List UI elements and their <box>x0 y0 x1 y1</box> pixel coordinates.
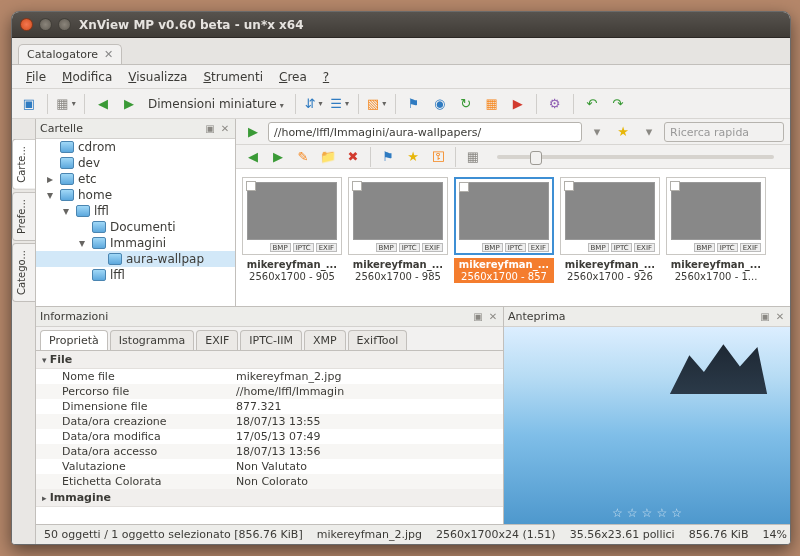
tag-blue-icon[interactable]: ⚑ <box>377 146 399 168</box>
close-pane-icon[interactable]: ✕ <box>487 311 499 323</box>
convert-icon[interactable]: ↻ <box>455 93 477 115</box>
search-input[interactable]: Ricerca rapida <box>664 122 784 142</box>
side-tab-favorites[interactable]: Prefe... <box>12 192 35 241</box>
star-icon[interactable]: ☆ <box>612 506 623 520</box>
star-icon[interactable]: ☆ <box>627 506 638 520</box>
thumbnail-item[interactable]: BMPIPTCEXIFmikereyfman_...2560x1700 - 85… <box>454 177 554 298</box>
close-icon[interactable] <box>20 18 33 31</box>
preview-pane-title: Anteprima <box>508 310 566 323</box>
delete-icon[interactable]: ✖ <box>342 146 364 168</box>
info-tab-exif[interactable]: EXIF <box>196 330 238 350</box>
menu-tools[interactable]: Strumenti <box>197 68 269 86</box>
app-window: XnView MP v0.60 beta - un*x x64 Cataloga… <box>11 11 791 545</box>
new-folder-icon[interactable]: 📁 <box>317 146 339 168</box>
thumb-checkbox[interactable] <box>246 181 256 191</box>
star-icon[interactable]: ☆ <box>671 506 682 520</box>
maximize-icon[interactable] <box>58 18 71 31</box>
thumb-checkbox[interactable] <box>352 181 362 191</box>
star-icon[interactable]: ☆ <box>656 506 667 520</box>
slideshow-icon[interactable]: ▶ <box>507 93 529 115</box>
prop-group-file[interactable]: File <box>36 351 503 369</box>
nav-forward-icon[interactable]: ▶ <box>118 93 140 115</box>
tree-item[interactable]: lffl <box>110 268 125 282</box>
thumbnail-item[interactable]: BMPIPTCEXIFmikereyfman_...2560x1700 - 90… <box>242 177 342 298</box>
undock-icon[interactable]: ▣ <box>759 311 771 323</box>
folder-pane-header: Cartelle ▣ ✕ <box>36 119 235 139</box>
tree-item-selected[interactable]: aura-wallpap <box>126 252 204 266</box>
menu-help[interactable]: ? <box>317 68 335 86</box>
menu-create[interactable]: Crea <box>273 68 313 86</box>
folder-tree[interactable]: cdrom dev ▸etc ▾home ▾lffl Documenti ▾Im… <box>36 139 235 306</box>
nav-back-icon[interactable]: ◀ <box>92 93 114 115</box>
fullscreen-icon[interactable]: ▣ <box>18 93 40 115</box>
batch-icon[interactable]: ▦ <box>481 93 503 115</box>
rate-icon[interactable]: ★ <box>402 146 424 168</box>
gear-icon[interactable]: ⚙ <box>544 93 566 115</box>
prop-value: 877.321 <box>236 400 503 413</box>
minimize-icon[interactable] <box>39 18 52 31</box>
thumb-image <box>565 182 655 240</box>
filter-dropdown[interactable]: ☰ <box>329 93 351 115</box>
star-icon[interactable]: ★ <box>612 121 634 143</box>
go-icon[interactable]: ▶ <box>242 121 264 143</box>
layout-dropdown[interactable]: ▧ <box>366 93 388 115</box>
star-icon[interactable]: ☆ <box>642 506 653 520</box>
menu-view[interactable]: Visualizza <box>122 68 193 86</box>
close-pane-icon[interactable]: ✕ <box>219 123 231 135</box>
info-tab-iptc-iim[interactable]: IPTC-IIM <box>240 330 302 350</box>
tab-catalog[interactable]: Catalogatore ✕ <box>18 44 122 64</box>
preview-image[interactable]: ☆☆☆☆☆ <box>504 327 790 524</box>
thumbnail-item[interactable]: BMPIPTCEXIFmikereyfman_...2560x1700 - 1.… <box>666 177 766 298</box>
folder-icon <box>60 141 74 153</box>
close-pane-icon[interactable]: ✕ <box>774 311 786 323</box>
info-tab-xmp[interactable]: XMP <box>304 330 346 350</box>
close-tab-icon[interactable]: ✕ <box>104 48 113 61</box>
thumb-size-dropdown[interactable]: Dimensioni miniature <box>144 97 288 111</box>
info-tab-istogramma[interactable]: Istogramma <box>110 330 194 350</box>
side-tab-categories[interactable]: Catego... <box>12 243 35 302</box>
rotate-left-icon[interactable]: ↶ <box>581 93 603 115</box>
path-input[interactable]: //home/lffl/Immagini/aura-wallpapers/ <box>268 122 582 142</box>
separator <box>47 94 48 114</box>
key-icon[interactable]: ⚿ <box>427 146 449 168</box>
prop-group-image[interactable]: Immagine <box>36 489 503 507</box>
thumb-checkbox[interactable] <box>564 181 574 191</box>
menu-edit[interactable]: Modifica <box>56 68 118 86</box>
thumb-checkbox[interactable] <box>459 182 469 192</box>
thumbnail-grid[interactable]: BMPIPTCEXIFmikereyfman_...2560x1700 - 90… <box>236 169 790 306</box>
chevron-down-icon[interactable]: ▾ <box>586 121 608 143</box>
capture-icon[interactable]: ◉ <box>429 93 451 115</box>
undock-icon[interactable]: ▣ <box>204 123 216 135</box>
property-list[interactable]: FileNome filemikereyfman_2.jpgPercorso f… <box>36 351 503 524</box>
next-icon[interactable]: ▶ <box>267 146 289 168</box>
tree-item[interactable]: lffl <box>94 204 109 218</box>
thumb-checkbox[interactable] <box>670 181 680 191</box>
rating-stars[interactable]: ☆☆☆☆☆ <box>504 506 790 520</box>
undock-icon[interactable]: ▣ <box>472 311 484 323</box>
side-tab-folders[interactable]: Carte... <box>12 139 35 190</box>
status-filename: mikereyfman_2.jpg <box>317 528 422 541</box>
tree-item[interactable]: Documenti <box>110 220 176 234</box>
grid-icon[interactable]: ▦ <box>462 146 484 168</box>
thumb-zoom-slider[interactable] <box>497 155 774 159</box>
tree-item[interactable]: Immagini <box>110 236 166 250</box>
rotate-right-icon[interactable]: ↷ <box>607 93 629 115</box>
view-mode-dropdown[interactable]: ▦ <box>55 93 77 115</box>
menu-file[interactable]: File <box>20 68 52 86</box>
info-tab-proprietà[interactable]: Proprietà <box>40 330 108 350</box>
tree-item[interactable]: dev <box>78 156 100 170</box>
prop-value: mikereyfman_2.jpg <box>236 370 503 383</box>
tree-item[interactable]: cdrom <box>78 140 116 154</box>
thumbnail-item[interactable]: BMPIPTCEXIFmikereyfman_...2560x1700 - 98… <box>348 177 448 298</box>
prev-icon[interactable]: ◀ <box>242 146 264 168</box>
menubar: File Modifica Visualizza Strumenti Crea … <box>12 65 790 89</box>
tag-icon[interactable]: ⚑ <box>403 93 425 115</box>
info-tab-exiftool[interactable]: ExifTool <box>348 330 408 350</box>
edit-icon[interactable]: ✎ <box>292 146 314 168</box>
thumbnail-item[interactable]: BMPIPTCEXIFmikereyfman_...2560x1700 - 92… <box>560 177 660 298</box>
tree-item[interactable]: home <box>78 188 112 202</box>
tree-item[interactable]: etc <box>78 172 97 186</box>
chevron-down-icon[interactable]: ▾ <box>638 121 660 143</box>
sort-dropdown[interactable]: ⇵ <box>303 93 325 115</box>
status-zoom: 14% <box>762 528 786 541</box>
